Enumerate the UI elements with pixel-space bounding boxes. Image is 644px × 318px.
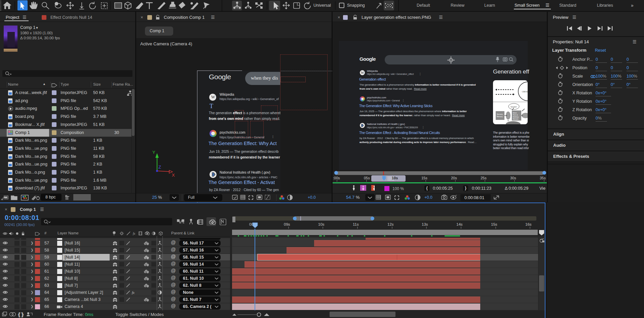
svg-text:Y: Y [152,150,155,155]
svg-text:X: X [172,173,175,178]
svg-text:fx: fx [132,290,135,294]
svg-text:'locution': 'locution' [510,106,517,108]
svg-text:Term &: Term & [513,114,518,116]
svg-text:Memory: Memory [513,118,519,120]
svg-text:CREAT: CREAT [522,91,528,93]
svg-text:Short-: Short- [513,112,517,114]
svg-text:Z: Z [158,165,161,170]
svg-text:Sensory: Sensory [497,113,503,115]
svg-text:fx: fx [133,232,136,235]
svg-text:Working: Working [513,116,519,118]
svg-text:{ }: { } [18,312,24,317]
svg-text:Memory: Memory [497,116,503,118]
